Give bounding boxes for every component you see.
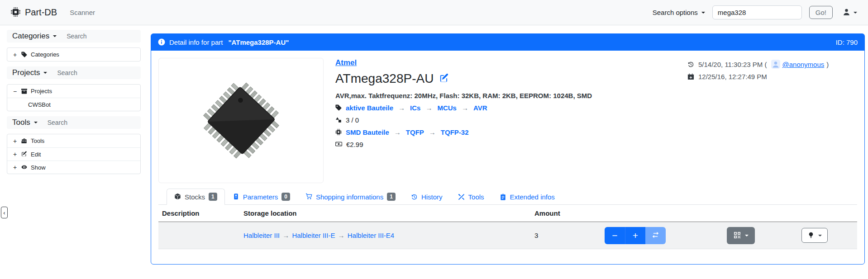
- footprint-link[interactable]: TQFP-32: [441, 128, 469, 136]
- arrow-separator-icon: →: [282, 232, 289, 239]
- categories-dropdown[interactable]: Categories: [12, 32, 57, 41]
- tab-label: History: [421, 193, 443, 201]
- arrow-separator-icon: →: [394, 128, 401, 136]
- nav-link-scanner[interactable]: Scanner: [70, 9, 95, 16]
- tree-item-tools[interactable]: + Tools: [7, 134, 140, 147]
- expand-toggle[interactable]: +: [12, 164, 18, 171]
- brand-title: Part-DB: [25, 7, 57, 18]
- stock-summary-value: 3 / 0: [346, 116, 359, 124]
- sidebar-collapse-button[interactable]: ‹: [1, 207, 8, 218]
- search-options-label: Search options: [653, 9, 698, 16]
- projects-dropdown[interactable]: Projects: [12, 68, 47, 77]
- search-input[interactable]: [712, 5, 802, 19]
- part-meta: 5/14/20, 11:30:23 PM ( @anonymous ) 12/2…: [687, 57, 857, 183]
- chevron-down-icon: [701, 12, 705, 14]
- tree-item-label: Show: [31, 164, 46, 171]
- tools-tree: + Tools + Edit + Show: [7, 134, 141, 174]
- edit-pencil-icon[interactable]: [439, 73, 449, 84]
- tools-search-input[interactable]: [48, 119, 102, 126]
- footprint-link[interactable]: TQFP: [406, 128, 424, 136]
- app-logo[interactable]: Part-DB: [11, 7, 57, 18]
- eye-icon: [21, 164, 27, 171]
- tree-item-cwsbot[interactable]: CWSBot: [7, 98, 140, 111]
- chevron-down-icon: [854, 12, 857, 14]
- storage-location-link[interactable]: Halbleiter III-E4: [348, 232, 394, 239]
- tree-item-categories[interactable]: + Categories: [7, 48, 140, 61]
- modified-user-link[interactable]: @anonymous: [782, 61, 825, 68]
- expand-toggle[interactable]: +: [12, 51, 18, 58]
- part-description-bold: AVR,: [335, 92, 351, 99]
- tab-shopping-informations[interactable]: Shopping informations 1: [298, 189, 403, 205]
- qr-code-icon: [734, 232, 741, 239]
- category-link[interactable]: AVR: [473, 104, 487, 112]
- arrow-separator-icon: →: [429, 128, 436, 136]
- expand-toggle[interactable]: +: [12, 151, 18, 158]
- tab-parameters[interactable]: Parameters 0: [225, 189, 298, 205]
- last-modified-row: 5/14/20, 11:30:23 PM ( @anonymous ): [687, 60, 857, 69]
- led-locate-dropdown[interactable]: [801, 228, 828, 243]
- chevron-down-icon: [53, 35, 57, 37]
- search-go-button[interactable]: Go!: [809, 6, 833, 19]
- tab-stocks[interactable]: Stocks 1: [167, 189, 225, 205]
- price-row: €2.99: [335, 140, 592, 148]
- label-generator-dropdown[interactable]: [727, 227, 755, 244]
- tqfp-chip-image: [173, 65, 309, 176]
- category-link[interactable]: MCUs: [437, 104, 457, 112]
- toolbox-icon: [21, 137, 27, 144]
- user-avatar: [771, 60, 780, 69]
- part-description: max. Taktfrequenz: 20MHz, Flash: 32KB, R…: [351, 92, 592, 99]
- storage-location-link[interactable]: Halbleiter III-E: [292, 232, 335, 239]
- part-title: ATmega328P-AU: [335, 71, 434, 86]
- projects-search-input[interactable]: [57, 69, 111, 76]
- created-row: 12/25/16, 12:27:49 PM: [687, 73, 857, 80]
- tab-tools[interactable]: Tools: [450, 189, 492, 205]
- shopping-cart-icon: [305, 193, 312, 201]
- stock-table: Description Storage location Amount Halb…: [158, 205, 857, 249]
- info-circle-icon: [158, 38, 165, 46]
- manufacturer-link[interactable]: Atmel: [335, 58, 357, 67]
- tab-label: Stocks: [185, 193, 205, 201]
- tab-badge: 1: [387, 193, 396, 201]
- storage-location-link[interactable]: Halbleiter III: [243, 232, 280, 239]
- arrow-separator-icon: →: [338, 232, 345, 239]
- tree-item-edit[interactable]: + Edit: [7, 147, 140, 161]
- stock-description-cell: [158, 222, 240, 249]
- microchip-icon: [335, 128, 342, 136]
- chevron-down-icon: [34, 122, 38, 123]
- tree-item-show[interactable]: + Show: [7, 161, 140, 174]
- card-header-text: Detail info for part: [169, 38, 223, 46]
- add-stock-button[interactable]: +: [625, 227, 645, 244]
- user-menu-dropdown[interactable]: [843, 8, 857, 17]
- categories-search-input[interactable]: [67, 33, 121, 40]
- withdraw-stock-button[interactable]: −: [605, 227, 625, 244]
- chevron-down-icon: [745, 235, 749, 236]
- tab-label: Shopping informations: [316, 193, 383, 201]
- footprint-link[interactable]: SMD Bauteile: [346, 128, 389, 136]
- tree-item-projects[interactable]: − Projects: [7, 85, 140, 98]
- tools-title: Tools: [12, 118, 30, 127]
- tools-dropdown[interactable]: Tools: [12, 118, 38, 127]
- search-options-dropdown[interactable]: Search options: [653, 9, 705, 16]
- expand-toggle[interactable]: +: [12, 137, 18, 145]
- tab-history[interactable]: History: [403, 189, 450, 205]
- cube-icon: [174, 193, 181, 201]
- tree-item-label: Edit: [31, 151, 41, 158]
- tree-item-label: Categories: [31, 51, 59, 58]
- category-link[interactable]: ICs: [410, 104, 420, 112]
- collapse-toggle[interactable]: −: [12, 88, 18, 95]
- history-icon: [411, 193, 418, 201]
- stock-table-row: Halbleiter III → Halbleiter III-E → Halb…: [158, 222, 857, 249]
- screwdriver-wrench-icon: [458, 193, 465, 201]
- part-image[interactable]: [158, 58, 324, 183]
- tab-label: Tools: [468, 193, 484, 201]
- tab-extended-infos[interactable]: Extended infos: [492, 189, 563, 205]
- move-stock-button[interactable]: [645, 227, 666, 244]
- footprint-breadcrumb: SMD Bauteile → TQFP → TQFP-32: [335, 128, 592, 136]
- category-link[interactable]: aktive Bauteile: [346, 104, 393, 112]
- calendar-plus-icon: [687, 73, 694, 80]
- tree-item-label: Tools: [31, 137, 44, 144]
- archive-box-icon: [21, 88, 27, 95]
- sidebar-section-categories-header: Categories: [7, 30, 141, 43]
- stock-table-header-row: Description Storage location Amount: [158, 205, 857, 222]
- column-header-amount: Amount: [531, 205, 601, 222]
